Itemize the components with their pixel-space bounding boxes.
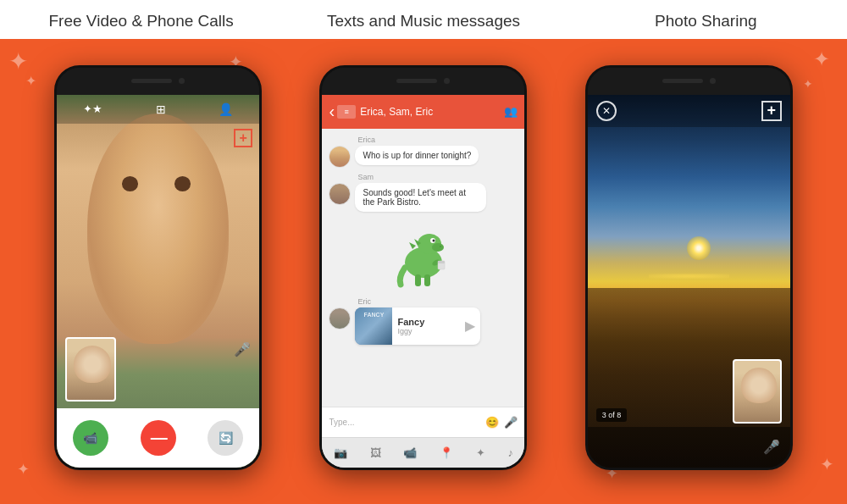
svg-rect-10 bbox=[424, 274, 430, 286]
avatar-eric bbox=[329, 307, 351, 330]
effects-icon[interactable]: ✦ bbox=[476, 446, 485, 459]
switch-camera-button[interactable]: 🔄 bbox=[208, 420, 243, 456]
phone1-speaker bbox=[131, 79, 172, 83]
video-call-button[interactable]: 📹 bbox=[73, 420, 108, 456]
self-face bbox=[74, 346, 111, 383]
svg-point-4 bbox=[432, 239, 435, 241]
svg-rect-9 bbox=[415, 274, 421, 286]
gallery-icon[interactable]: 🖼 bbox=[370, 446, 381, 459]
bubble-sam: Sounds good! Let's meet at the Park Bist… bbox=[355, 183, 486, 212]
chat-bottom-toolbar: 📷 🖼 📹 📍 ✦ ♪ bbox=[322, 437, 524, 468]
music-thumb-text: FANCY bbox=[355, 312, 392, 318]
svg-point-5 bbox=[440, 246, 441, 247]
participants-count-icon: 👥 bbox=[504, 105, 518, 118]
phone-2: ‹ ≡ Erica, Sam, Eric 👥 Erica bbox=[319, 65, 527, 470]
add-participant-button[interactable]: + bbox=[234, 129, 252, 147]
svg-rect-8 bbox=[438, 261, 445, 263]
add-photo-button[interactable]: + bbox=[761, 101, 782, 121]
phone3-camera bbox=[710, 78, 716, 84]
sender-label-eric: Eric FANCY Fancy bbox=[329, 297, 518, 345]
mic-icon[interactable]: 🎤 bbox=[234, 341, 251, 357]
music-icon[interactable]: ♪ bbox=[508, 446, 514, 459]
self-view-photo bbox=[733, 359, 782, 424]
phone-1: ✦★ ⊞ 👤 + 🎤 📹 — 🔄 bbox=[54, 65, 262, 470]
phone-3: ✕ + 3 of 8 🎤 bbox=[585, 65, 793, 470]
toolbar-icon-person[interactable]: 👤 bbox=[219, 102, 233, 116]
camera-icon[interactable]: 📷 bbox=[334, 446, 347, 459]
message-sam: Sounds good! Let's meet at the Park Bist… bbox=[329, 183, 518, 212]
music-play-button[interactable]: ▶ bbox=[465, 318, 475, 334]
music-artist: Iggy bbox=[397, 327, 460, 335]
video-toolbar: ✦★ ⊞ 👤 bbox=[57, 95, 259, 124]
chat-type-icon: ≡ bbox=[337, 105, 356, 119]
toolbar-icon-effects[interactable]: ✦★ bbox=[83, 102, 102, 115]
mic-button-chat[interactable]: 🎤 bbox=[504, 416, 518, 429]
decor-star-2: ✦ bbox=[25, 73, 36, 89]
decor-star-8: ✦ bbox=[820, 454, 834, 474]
chat-messages-area: Erica Who is up for dinner tonight? Sam bbox=[322, 129, 524, 407]
music-message-card[interactable]: FANCY Fancy Iggy ▶ bbox=[355, 307, 480, 345]
label-photo-sharing: Photo Sharing bbox=[565, 12, 847, 30]
sun bbox=[687, 236, 711, 260]
chat-input-area: Type... 😊 🎤 bbox=[322, 407, 524, 437]
music-thumbnail: FANCY bbox=[355, 307, 392, 345]
sender-label-sam: Sam Sounds good! Let's meet at the Park … bbox=[329, 173, 518, 212]
avatar-erica-img bbox=[329, 147, 350, 167]
label-video-calls: Free Video & Phone Calls bbox=[0, 12, 282, 30]
photo-bottom-bar: 🎤 bbox=[588, 427, 790, 468]
decor-star-3: ✦ bbox=[17, 460, 30, 479]
video-icon[interactable]: 📹 bbox=[403, 446, 417, 459]
horizon-shine bbox=[649, 274, 730, 279]
svg-marker-11 bbox=[409, 242, 416, 249]
decor-star-6: ✦ bbox=[813, 47, 830, 71]
close-photo-button[interactable]: ✕ bbox=[596, 101, 617, 121]
label-texts-music: Texts and Music messages bbox=[282, 12, 564, 30]
phone2-speaker bbox=[396, 79, 437, 83]
call-controls-bar: 📹 — 🔄 bbox=[57, 408, 259, 468]
avatar-erica bbox=[329, 146, 351, 168]
music-title: Fancy bbox=[397, 317, 460, 327]
photo-counter: 3 of 8 bbox=[596, 408, 628, 422]
bubble-erica: Who is up for dinner tonight? bbox=[355, 146, 479, 165]
chat-header: ‹ ≡ Erica, Sam, Eric 👥 bbox=[322, 95, 524, 129]
eye-left bbox=[122, 176, 138, 191]
phone2-camera bbox=[444, 78, 450, 84]
end-call-button[interactable]: — bbox=[141, 420, 176, 456]
eye-right bbox=[174, 176, 191, 191]
face-overlay bbox=[87, 114, 229, 345]
decor-star-7: ✦ bbox=[803, 77, 813, 91]
chat-participants: Erica, Sam, Eric bbox=[360, 106, 504, 118]
phone3-speaker bbox=[662, 79, 703, 83]
svg-point-2 bbox=[432, 243, 444, 252]
photo-mic-icon[interactable]: 🎤 bbox=[763, 439, 780, 455]
emoji-button[interactable]: 😊 bbox=[485, 416, 499, 429]
back-button[interactable]: ‹ bbox=[329, 102, 335, 121]
self-face-photo bbox=[741, 368, 777, 403]
location-icon[interactable]: 📍 bbox=[440, 446, 453, 459]
sender-label-erica: Erica Who is up for dinner tonight? bbox=[329, 136, 518, 168]
music-info: Fancy Iggy bbox=[392, 313, 465, 339]
top-labels-bar: Free Video & Phone Calls Texts and Music… bbox=[0, 0, 847, 39]
sticker-dino bbox=[329, 217, 518, 292]
message-eric: FANCY Fancy Iggy ▶ bbox=[329, 307, 518, 345]
avatar-sam bbox=[329, 183, 351, 205]
photo-top-bar: ✕ + bbox=[588, 95, 790, 127]
chat-input[interactable]: Type... bbox=[329, 418, 480, 427]
decor-star-1: ✦ bbox=[8, 47, 28, 75]
toolbar-icon-grid[interactable]: ⊞ bbox=[156, 102, 166, 116]
self-view-thumbnail bbox=[65, 337, 116, 402]
dino-svg bbox=[394, 219, 453, 291]
message-erica: Who is up for dinner tonight? bbox=[329, 146, 518, 168]
phone1-camera bbox=[179, 78, 185, 84]
